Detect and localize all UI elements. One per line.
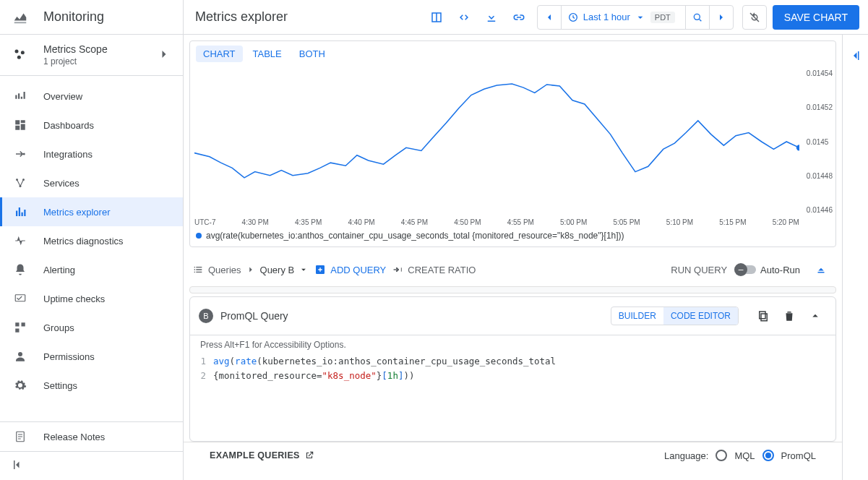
- x-tick: 4:45 PM: [401, 218, 428, 226]
- time-next-button[interactable]: [710, 6, 733, 29]
- x-tick: 5:20 PM: [773, 218, 799, 226]
- diagnostics-icon: [12, 234, 29, 247]
- time-zoom-button[interactable]: [686, 6, 709, 29]
- sidebar-item-label: Metrics diagnostics: [43, 236, 124, 247]
- sidebar-item-label: Settings: [43, 380, 77, 391]
- language-option-promql[interactable]: PromQL: [781, 450, 816, 461]
- query-badge: B: [199, 309, 213, 323]
- tab-both[interactable]: BOTH: [292, 46, 332, 62]
- editor-mode-segmented: BUILDER CODE EDITOR: [611, 307, 739, 325]
- metrics-scope-selector[interactable]: Metrics Scope 1 project: [0, 35, 183, 76]
- sidebar-collapse-button[interactable]: [0, 451, 183, 480]
- code-icon-button[interactable]: [452, 5, 476, 30]
- x-tick: 4:35 PM: [295, 218, 322, 226]
- legend-swatch-icon: [196, 233, 202, 239]
- sidebar-item-uptime-checks[interactable]: Uptime checks: [0, 284, 183, 313]
- add-query-button[interactable]: ADD QUERY: [314, 264, 386, 275]
- collapse-panel-button[interactable]: [804, 304, 827, 327]
- collapse-queries-button[interactable]: [809, 257, 833, 282]
- run-query-button[interactable]: RUN QUERY: [671, 265, 727, 275]
- y-tick: 0.01446: [807, 206, 833, 214]
- chevron-right-icon: [246, 265, 256, 275]
- sidebar-item-label: Alerting: [43, 265, 75, 275]
- sidebar-item-permissions[interactable]: Permissions: [0, 342, 183, 371]
- language-option-mql[interactable]: MQL: [734, 450, 755, 461]
- language-radio-mql[interactable]: [716, 450, 727, 461]
- dashboards-icon: [12, 119, 29, 132]
- breadcrumb-current[interactable]: Query B: [260, 265, 295, 275]
- code-editor-tab[interactable]: CODE EDITOR: [663, 307, 738, 325]
- scope-title: Metrics Scope: [43, 43, 157, 55]
- language-radio-promql[interactable]: [762, 450, 774, 461]
- breadcrumb-root[interactable]: Queries: [208, 265, 241, 275]
- auto-refresh-off-button[interactable]: [742, 5, 767, 30]
- example-queries-link[interactable]: EXAMPLE QUERIES: [210, 450, 314, 460]
- x-tick: 5:10 PM: [666, 218, 693, 226]
- x-tick: 4:50 PM: [454, 218, 481, 226]
- save-chart-button[interactable]: SAVE CHART: [773, 5, 859, 30]
- sidebar-item-groups[interactable]: Groups: [0, 313, 183, 342]
- code-editor-textarea[interactable]: 1avg(rate(kubernetes_io:anthos_container…: [190, 354, 835, 441]
- monitoring-logo-icon: [12, 9, 29, 26]
- timezone-chip[interactable]: PDT: [650, 12, 675, 23]
- expand-right-panel-button[interactable]: [849, 49, 862, 480]
- svg-rect-8: [15, 322, 19, 326]
- svg-rect-9: [22, 322, 25, 326]
- tab-table[interactable]: TABLE: [246, 46, 289, 62]
- sidebar-item-services[interactable]: Services: [0, 168, 183, 197]
- ratio-icon: [392, 264, 403, 275]
- svg-point-3: [23, 153, 25, 155]
- sidebar-item-alerting[interactable]: Alerting: [0, 255, 183, 284]
- svg-rect-21: [761, 314, 767, 321]
- copy-button[interactable]: [752, 304, 775, 327]
- collapse-left-icon: [12, 458, 25, 473]
- time-range-label: Last 1 hour: [583, 12, 630, 22]
- sidebar-item-metrics-diagnostics[interactable]: Metrics diagnostics: [0, 226, 183, 255]
- groups-icon: [12, 321, 29, 334]
- download-icon-button[interactable]: [479, 5, 504, 30]
- svg-rect-10: [15, 329, 19, 333]
- scope-subtitle: 1 project: [43, 56, 157, 67]
- y-tick: 0.01448: [807, 172, 833, 180]
- sidebar: Monitoring Metrics Scope 1 project Overv…: [0, 0, 184, 480]
- y-tick: 0.0145: [807, 138, 833, 146]
- time-prev-button[interactable]: [538, 6, 561, 29]
- caret-down-icon[interactable]: [298, 265, 309, 275]
- create-ratio-button[interactable]: CREATE RATIO: [392, 264, 476, 275]
- legend-label: avg(rate(kubernetes_io:anthos_container_…: [206, 231, 624, 241]
- x-axis-tz: UTC-7: [194, 218, 215, 226]
- bell-icon: [12, 263, 29, 276]
- x-tick: 4:30 PM: [242, 218, 269, 226]
- sidebar-item-release-notes[interactable]: Release Notes: [0, 422, 183, 451]
- auto-run-label: Auto-Run: [760, 265, 800, 275]
- sidebar-item-label: Metrics explorer: [43, 207, 110, 218]
- link-icon-button[interactable]: [507, 5, 531, 30]
- x-tick: 5:15 PM: [719, 218, 746, 226]
- sidebar-item-integrations[interactable]: Integrations: [0, 140, 183, 168]
- time-range-button[interactable]: Last 1 hour PDT: [562, 6, 685, 29]
- sidebar-item-metrics-explorer[interactable]: Metrics explorer: [0, 197, 183, 226]
- auto-run-toggle[interactable]: – Auto-Run: [736, 265, 800, 275]
- editor-hint: Press Alt+F1 for Accessibility Options.: [190, 335, 835, 354]
- sidebar-item-settings[interactable]: Settings: [0, 371, 183, 400]
- sidebar-item-dashboards[interactable]: Dashboards: [0, 111, 183, 140]
- list-icon: [192, 264, 204, 275]
- svg-rect-20: [818, 272, 825, 273]
- gear-icon: [12, 379, 29, 392]
- layout-icon-button[interactable]: [424, 5, 449, 30]
- builder-tab[interactable]: BUILDER: [611, 307, 663, 325]
- plus-box-icon: [314, 264, 326, 275]
- svg-rect-13: [14, 460, 15, 469]
- page-title: Metrics explorer: [195, 9, 421, 25]
- svg-rect-15: [436, 13, 437, 22]
- chart-legend[interactable]: avg(rate(kubernetes_io:anthos_container_…: [190, 228, 835, 247]
- chart-plot[interactable]: 0.01454 0.01452 0.0145 0.01448 0.01446: [190, 67, 835, 217]
- tab-chart[interactable]: CHART: [196, 46, 243, 62]
- sidebar-item-overview[interactable]: Overview: [0, 82, 183, 111]
- product-header: Monitoring: [0, 0, 183, 35]
- product-name: Monitoring: [43, 9, 104, 25]
- sidebar-item-label: Services: [43, 178, 80, 189]
- sidebar-item-label: Integrations: [43, 149, 93, 160]
- delete-button[interactable]: [778, 304, 801, 327]
- notes-icon: [12, 430, 29, 443]
